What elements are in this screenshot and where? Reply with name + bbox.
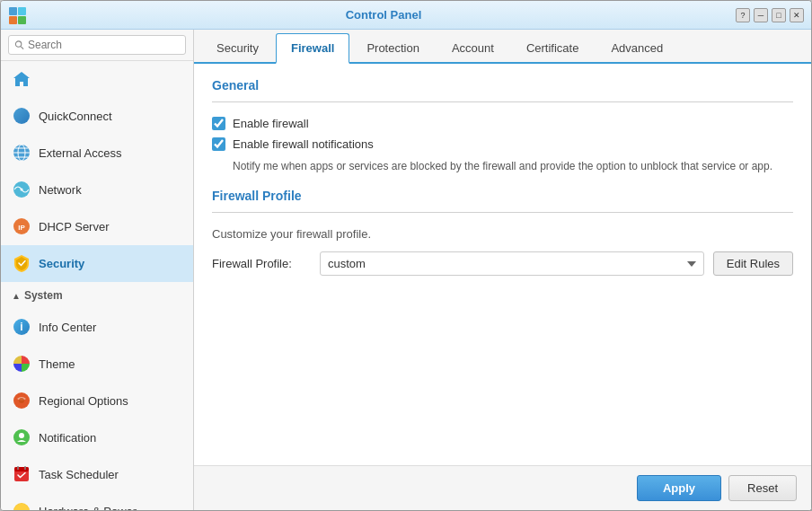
sidebar-search-container [1,30,193,61]
title-bar: Control Panel ? ─ □ ✕ [1,1,811,30]
svg-rect-20 [14,467,29,471]
sidebar-item-regional-options[interactable]: Regional Options [1,383,193,419]
sidebar-label-regional: Regional Options [39,394,128,408]
search-icon [14,40,24,50]
profile-divider [212,212,793,213]
sidebar-item-security[interactable]: Security [1,245,193,282]
sidebar-label-quickconnect: QuickConnect [39,110,112,123]
sidebar-item-dhcp-server[interactable]: IP DHCP Server [1,208,193,245]
control-panel-window: Control Panel ? ─ □ ✕ [0,0,812,511]
svg-point-4 [15,41,21,47]
sidebar-label-external-access: External Access [39,146,122,160]
tab-account[interactable]: Account [437,33,509,62]
sidebar-label-security: Security [39,257,84,270]
main-layout: QuickConnect External Access [1,30,811,510]
enable-notifications-row: Enable firewall notifications [212,137,793,151]
window-controls: ? ─ □ ✕ [736,8,804,22]
dhcp-icon: IP [12,216,31,236]
svg-rect-2 [9,16,17,24]
general-section: General Enable firewall Enable firewall … [212,78,793,174]
window-title: Control Panel [31,8,736,22]
task-scheduler-icon [12,464,31,484]
info-center-icon: i [12,317,31,337]
network-icon [12,180,31,199]
home-icon [12,69,31,89]
sidebar-item-theme[interactable]: Theme [1,346,193,383]
tab-protection[interactable]: Protection [351,33,435,62]
tab-certificate[interactable]: Certificate [511,33,595,62]
tab-firewall[interactable]: Firewall [276,33,349,64]
general-section-title: General [212,78,793,93]
theme-icon [12,354,31,374]
general-divider [212,101,793,102]
security-icon [12,253,31,273]
search-input[interactable] [28,39,180,51]
search-box[interactable] [8,35,186,55]
sidebar-item-home[interactable] [1,61,193,98]
sidebar-label-theme: Theme [39,357,75,371]
enable-firewall-label[interactable]: Enable firewall [233,117,309,130]
reset-button[interactable]: Reset [728,475,797,501]
svg-rect-1 [18,7,26,15]
enable-firewall-row: Enable firewall [212,117,793,130]
sidebar-label-hardware: Hardware & Power [39,505,137,511]
sidebar-item-hardware-power[interactable]: Hardware & Power [1,493,193,510]
sidebar: QuickConnect External Access [1,30,194,510]
help-button[interactable]: ? [736,8,750,22]
tab-security[interactable]: Security [201,33,274,62]
svg-text:IP: IP [18,224,25,232]
svg-point-12 [21,189,23,191]
enable-notifications-checkbox[interactable] [212,137,225,151]
regional-options-icon [12,391,31,410]
sidebar-item-network[interactable]: Network [1,172,193,208]
notification-icon [12,427,31,447]
system-chevron-icon: ▲ [12,291,21,301]
sidebar-item-info-center[interactable]: i Info Center [1,309,193,346]
svg-line-5 [21,47,23,49]
svg-rect-0 [9,7,17,15]
firewall-profile-select[interactable]: custom default high medium low [320,251,704,276]
apply-button[interactable]: Apply [637,475,721,501]
sidebar-label-task-scheduler: Task Scheduler [39,468,119,481]
sidebar-label-network: Network [39,183,82,197]
svg-point-18 [19,433,24,438]
firewall-profile-title: Firewall Profile [212,189,793,203]
sidebar-label-notification: Notification [39,431,96,445]
profile-row: Firewall Profile: custom default high me… [212,251,793,276]
system-section-header[interactable]: ▲ System [1,282,193,309]
hardware-power-icon [12,501,31,510]
system-section-label: System [24,289,63,302]
enable-notifications-label[interactable]: Enable firewall notifications [233,137,374,151]
svg-point-16 [19,398,24,403]
sidebar-item-notification[interactable]: Notification [1,419,193,456]
quickconnect-icon [12,106,31,126]
sidebar-label-dhcp: DHCP Server [39,220,110,233]
edit-rules-button[interactable]: Edit Rules [713,251,793,276]
external-access-icon [12,143,31,163]
sidebar-item-task-scheduler[interactable]: Task Scheduler [1,456,193,493]
bottom-bar: Apply Reset [194,465,811,510]
app-icon [8,6,26,24]
close-button[interactable]: ✕ [790,8,804,22]
firewall-profile-section: Firewall Profile Customize your firewall… [212,189,793,276]
content-area: Security Firewall Protection Account Cer… [194,30,811,510]
sidebar-item-quickconnect[interactable]: QuickConnect [1,98,193,135]
sidebar-item-external-access[interactable]: External Access [1,135,193,172]
notification-hint-text: Notify me when apps or services are bloc… [233,158,793,174]
customize-text: Customize your firewall profile. [212,227,793,241]
maximize-button[interactable]: □ [772,8,786,22]
sidebar-label-info-center: Info Center [39,321,96,334]
firewall-profile-label: Firewall Profile: [212,257,311,270]
tab-bar: Security Firewall Protection Account Cer… [194,30,811,64]
tab-content-firewall: General Enable firewall Enable firewall … [194,64,811,465]
svg-rect-3 [18,16,26,24]
minimize-button[interactable]: ─ [754,8,768,22]
tab-advanced[interactable]: Advanced [596,33,678,62]
enable-firewall-checkbox[interactable] [212,117,225,130]
